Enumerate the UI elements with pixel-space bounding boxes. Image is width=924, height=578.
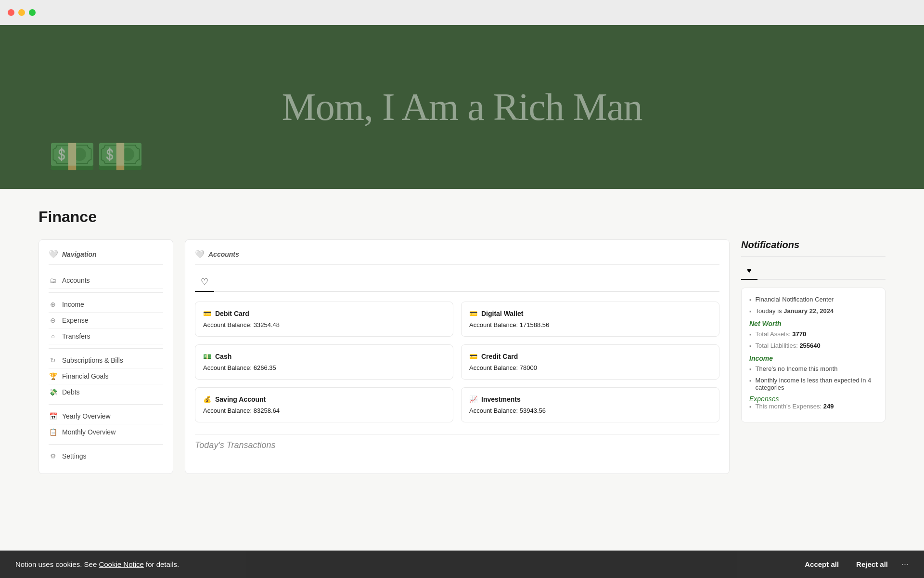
notif-dot-3: ▪ <box>749 331 752 338</box>
todays-transactions-heading: Today's Transactions <box>195 434 719 450</box>
notif-assets-value: 3770 <box>792 330 806 338</box>
debit-card-name: Debit Card <box>215 310 249 317</box>
accounts-panel-title: Accounts <box>208 250 239 258</box>
income-icon: ⊕ <box>49 301 57 308</box>
sidebar-item-label: Accounts <box>62 276 90 284</box>
notif-dot: ▪ <box>749 296 752 303</box>
notif-expenses-row: ▪ This month's Expenses: 249 <box>749 403 877 410</box>
investments-name: Investments <box>481 395 521 403</box>
sidebar-item-debts[interactable]: 💸 Debts <box>49 384 163 400</box>
notif-dot-5: ▪ <box>749 366 752 373</box>
notif-center-label: Financial Notification Center <box>756 296 834 303</box>
debit-card-balance: Account Balance: 33254.48 <box>203 321 445 328</box>
sidebar-item-label: Financial Goals <box>62 372 109 380</box>
notif-dot-4: ▪ <box>749 342 752 350</box>
accept-all-button[interactable]: Accept all <box>801 560 843 568</box>
sidebar-item-income[interactable]: ⊕ Income <box>49 297 163 313</box>
investments-header: 📈 Investments <box>469 395 711 403</box>
hero-title: Mom, I Am a Rich Man <box>282 85 642 129</box>
sidebar-item-yearly[interactable]: 📅 Yearly Overview <box>49 408 163 424</box>
digital-wallet-icon: 💳 <box>469 310 477 317</box>
transfers-icon: ○ <box>49 332 57 340</box>
notif-dot-7: ▪ <box>749 403 752 410</box>
main-content: Finance 🤍 Navigation 🗂 Accounts ⊕ Income… <box>0 189 924 493</box>
accounts-tab-heart[interactable]: ♡ <box>195 273 214 292</box>
accounts-panel-header: 🤍 Accounts <box>195 250 719 265</box>
sidebar-item-label: Debts <box>62 388 80 396</box>
notif-income-alert: Monthly income is less than expected in … <box>756 377 877 391</box>
minimize-dot[interactable] <box>18 9 25 16</box>
sidebar-item-label: Subscriptions & Bills <box>62 356 123 364</box>
notifications-panel: Notifications ♥ ▪ Financial Notification… <box>741 239 886 474</box>
navigation-panel: 🤍 Navigation 🗂 Accounts ⊕ Income ⊖ Expen… <box>38 239 173 474</box>
reject-all-button[interactable]: Reject all <box>852 560 892 568</box>
cookie-more-button[interactable]: ··· <box>901 559 909 569</box>
maximize-dot[interactable] <box>29 9 36 16</box>
account-card-cash[interactable]: 💵 Cash Account Balance: 6266.35 <box>195 344 453 380</box>
digital-wallet-header: 💳 Digital Wallet <box>469 310 711 317</box>
notif-income-heading: Income <box>749 355 877 362</box>
sidebar-item-label: Monthly Overview <box>62 428 116 436</box>
sidebar-item-accounts[interactable]: 🗂 Accounts <box>49 273 163 289</box>
notif-tab-heart[interactable]: ♥ <box>741 263 757 280</box>
page-title: Finance <box>38 208 886 226</box>
credit-card-header: 💳 Credit Card <box>469 353 711 360</box>
cash-header: 💵 Cash <box>203 353 445 360</box>
subscriptions-icon: ↻ <box>49 356 57 364</box>
sidebar-item-settings[interactable]: ⚙ Settings <box>49 448 163 464</box>
settings-icon: ⚙ <box>49 452 57 460</box>
account-card-credit[interactable]: 💳 Credit Card Account Balance: 78000 <box>461 344 719 380</box>
accounts-heart-icon: 🤍 <box>195 250 205 259</box>
notif-net-worth-heading: Net Worth <box>749 320 877 328</box>
saving-icon: 💰 <box>203 395 211 403</box>
notif-date-row: ▪ Touday is January 22, 2024 <box>749 307 877 315</box>
sidebar-item-expense[interactable]: ⊖ Expense <box>49 313 163 328</box>
notif-no-income-row: ▪ There's no Income this month <box>749 365 877 373</box>
sidebar-item-label: Income <box>62 301 84 308</box>
nav-panel-title: Navigation <box>62 250 97 258</box>
sidebar-item-subscriptions[interactable]: ↻ Subscriptions & Bills <box>49 353 163 368</box>
sidebar-item-label: Yearly Overview <box>62 412 111 420</box>
notif-expenses-value: 249 <box>823 403 834 410</box>
notif-date: January 22, 2024 <box>783 307 834 315</box>
notif-no-income: There's no Income this month <box>756 365 838 372</box>
accounts-tab-bar: ♡ <box>195 273 719 292</box>
notif-total-liabilities-row: ▪ Total Liabilities: 255640 <box>749 342 877 350</box>
debts-icon: 💸 <box>49 388 57 396</box>
account-grid: 💳 Debit Card Account Balance: 33254.48 💳… <box>195 302 719 422</box>
notif-expenses-heading: Expenses <box>749 395 877 403</box>
yearly-icon: 📅 <box>49 412 57 420</box>
sidebar-item-label: Transfers <box>62 332 90 340</box>
sidebar-item-monthly[interactable]: 📋 Monthly Overview <box>49 424 163 440</box>
sidebar-item-transfers[interactable]: ○ Transfers <box>49 328 163 344</box>
close-dot[interactable] <box>8 9 14 16</box>
titlebar <box>0 0 924 25</box>
nav-panel-header: 🤍 Navigation <box>49 250 163 265</box>
cookie-text: Notion uses cookies. See Cookie Notice f… <box>15 560 791 568</box>
hero-banner: Mom, I Am a Rich Man 💵💵 <box>0 25 924 189</box>
accounts-icon: 🗂 <box>49 276 57 284</box>
credit-card-icon: 💳 <box>469 353 477 360</box>
digital-wallet-name: Digital Wallet <box>481 310 523 317</box>
digital-wallet-balance: Account Balance: 171588.56 <box>469 321 711 328</box>
heart-icon: 🤍 <box>49 250 58 259</box>
cash-icon: 💵 <box>203 353 211 360</box>
notif-assets-label: Total Assets: <box>756 330 791 338</box>
cookie-notice-link[interactable]: Cookie Notice <box>99 560 143 568</box>
sidebar-item-goals[interactable]: 🏆 Financial Goals <box>49 368 163 384</box>
saving-account-name: Saving Account <box>215 395 266 403</box>
notif-expenses-label: This month's Expenses: <box>756 403 822 410</box>
account-card-debit[interactable]: 💳 Debit Card Account Balance: 33254.48 <box>195 302 453 337</box>
account-card-saving[interactable]: 💰 Saving Account Account Balance: 83258.… <box>195 387 453 422</box>
cookie-banner: Notion uses cookies. See Cookie Notice f… <box>0 551 924 578</box>
notif-date-prefix: Touday is <box>756 307 782 315</box>
notif-center-row: ▪ Financial Notification Center <box>749 296 877 303</box>
money-icon: 💵💵 <box>48 134 144 179</box>
sidebar-item-label: Expense <box>62 316 88 324</box>
monthly-icon: 📋 <box>49 428 57 436</box>
account-card-investments[interactable]: 📈 Investments Account Balance: 53943.56 <box>461 387 719 422</box>
layout-grid: 🤍 Navigation 🗂 Accounts ⊕ Income ⊖ Expen… <box>38 239 886 474</box>
saving-account-header: 💰 Saving Account <box>203 395 445 403</box>
account-card-digital[interactable]: 💳 Digital Wallet Account Balance: 171588… <box>461 302 719 337</box>
cash-balance: Account Balance: 6266.35 <box>203 364 445 371</box>
